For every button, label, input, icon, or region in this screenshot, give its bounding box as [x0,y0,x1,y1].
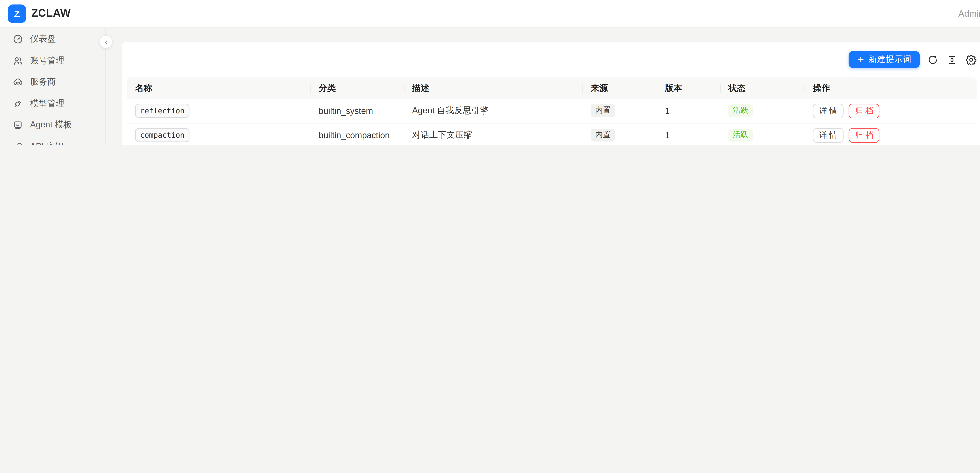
app-root: Z ZCLAW Admin 仪表盘账号管理服务商模型管理Agent 模板API … [0,0,980,145]
brand-title: ZCLAW [31,7,71,20]
cell-category: builtin_system [310,99,404,123]
prompt-name-tag: compaction [135,128,189,142]
sidebar-item-label: 模型管理 [30,98,64,109]
key-icon [13,142,23,145]
sidebar-item-label: 账号管理 [30,55,64,66]
sidebar-item-dashboard[interactable]: 仪表盘 [6,29,99,49]
column-header-category: 分类 [310,77,404,99]
reload-icon[interactable] [927,54,938,65]
cell-name: compaction [127,123,310,145]
brand-logo-icon: Z [8,4,26,23]
source-tag: 内置 [591,104,615,117]
dashboard-icon [13,34,23,44]
cell-description: Agent 自我反思引擎 [404,99,582,123]
column-header-status: 状态 [720,77,804,99]
sidebar-item-label: 仪表盘 [30,33,56,45]
sidebar-item-label: Agent 模板 [30,119,72,131]
chevron-left-icon [103,39,109,45]
prompt-name-tag: reflection [135,104,189,118]
column-height-icon[interactable] [947,54,958,65]
source-tag: 内置 [591,128,615,142]
sidebar-item-api-keys[interactable]: API 密钥 [6,137,99,145]
user-menu[interactable]: Admin [958,8,980,18]
description-value: 对话上下文压缩 [412,130,472,140]
detail-button[interactable]: 详 情 [813,103,844,118]
column-header-name: 名称 [127,77,310,99]
setting-icon[interactable] [966,54,977,65]
sidebar-item-label: 服务商 [30,76,56,88]
archive-button[interactable]: 归 档 [849,127,880,142]
cell-description: 对话上下文压缩 [404,123,582,145]
version-value: 1 [665,130,670,140]
table-toolbar: 新建提示词 [849,51,977,68]
table-row: reflectionbuiltin_systemAgent 自我反思引擎内置1活… [127,99,977,123]
column-header-description: 描述 [404,77,582,99]
sidebar-item-providers[interactable]: 服务商 [6,73,99,92]
create-prompt-button[interactable]: 新建提示词 [849,51,920,68]
column-header-version: 版本 [657,77,720,99]
category-value: builtin_system [319,106,373,115]
cell-category: builtin_compaction [310,123,404,145]
cell-version: 1 [657,99,720,123]
sidebar-item-label: API 密钥 [30,141,63,145]
cell-version: 1 [657,123,720,145]
sidebar-collapse-button[interactable] [100,36,112,48]
table-header-row: 名称分类描述来源版本状态操作 [127,77,977,99]
api-plug-icon [13,99,23,108]
sidebar: 仪表盘账号管理服务商模型管理Agent 模板API 密钥用量统计中转任务系统配置… [0,27,106,145]
sidebar-menu: 仪表盘账号管理服务商模型管理Agent 模板API 密钥用量统计中转任务系统配置… [6,29,99,145]
plus-icon [857,56,865,63]
cell-name: reflection [127,99,310,123]
archive-button[interactable]: 归 档 [849,103,880,118]
row-actions: 详 情归 档 [813,103,968,118]
prompts-table: 名称分类描述来源版本状态操作 reflectionbuiltin_systemA… [127,77,977,145]
category-value: builtin_compaction [319,130,390,140]
cell-actions: 详 情归 档 [804,99,977,123]
cell-status: 活跃 [720,123,804,145]
sidebar-item-models[interactable]: 模型管理 [6,94,99,113]
description-value: Agent 自我反思引擎 [412,106,488,115]
top-header: Z ZCLAW Admin [0,0,980,27]
status-badge: 活跃 [728,104,752,117]
toolbar-icons [927,54,977,65]
column-header-actions: 操作 [804,77,977,99]
version-value: 1 [665,106,670,115]
cloud-server-icon [13,77,23,87]
sidebar-item-agent-templates[interactable]: Agent 模板 [6,115,99,135]
cell-source: 内置 [582,123,657,145]
robot-icon [13,120,23,130]
status-badge: 活跃 [728,128,752,142]
detail-button[interactable]: 详 情 [813,127,844,142]
table-row: compactionbuiltin_compaction对话上下文压缩内置1活跃… [127,123,977,145]
cell-status: 活跃 [720,99,804,123]
users-icon [13,56,23,66]
column-header-source: 来源 [582,77,657,99]
row-actions: 详 情归 档 [813,127,968,142]
content-card: 新建提示词 名称分类描述来源版本状态操作 reflectionbuiltin_s… [121,41,980,145]
cell-source: 内置 [582,99,657,123]
cell-actions: 详 情归 档 [804,123,977,145]
sidebar-item-accounts[interactable]: 账号管理 [6,51,99,70]
